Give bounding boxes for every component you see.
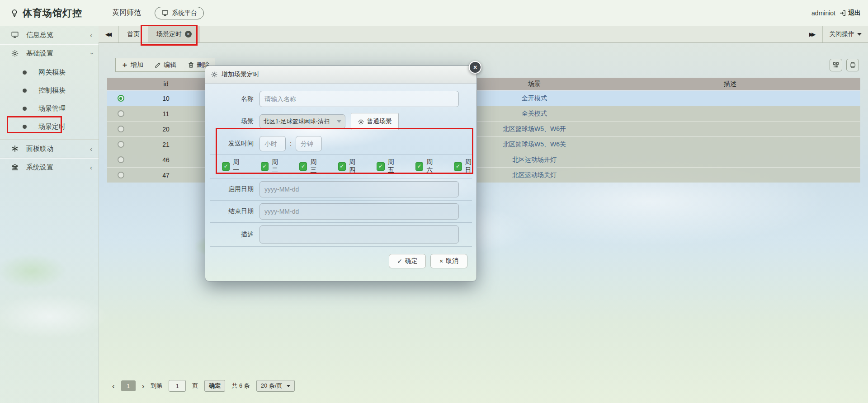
row-radio[interactable] <box>118 156 124 163</box>
logout-button[interactable]: 退出 <box>839 9 861 17</box>
caret-down-icon <box>287 385 290 387</box>
weekday-saturday[interactable]: ✓ 周六 <box>415 158 438 174</box>
app-logo: 体育场馆灯控 <box>10 7 82 19</box>
username: adminiot <box>811 9 835 17</box>
cancel-button[interactable]: × 取消 <box>430 254 467 268</box>
description-label: 描述 <box>205 230 259 239</box>
cross-icon: × <box>439 258 443 265</box>
table-option-buttons <box>830 59 859 71</box>
tabbar: ◀◀ 首页 场景定时 × ▶▶ 关闭操作 <box>99 26 868 43</box>
send-time-label: 发送时间 <box>205 140 259 148</box>
checkbox-checked-icon[interactable]: ✓ <box>454 162 462 171</box>
bank-icon <box>11 163 19 171</box>
sidebar-item-basic-settings[interactable]: 基础设置 ‹ <box>0 44 99 62</box>
tabbar-spacer <box>200 26 802 42</box>
caret-down-icon <box>337 120 341 123</box>
add-scene-timer-modal: 增加场景定时 × 名称 场景 北区1-足球篮球网球-清扫 <box>205 66 477 281</box>
row-radio[interactable] <box>118 172 124 178</box>
checkbox-checked-icon[interactable]: ✓ <box>377 162 384 171</box>
sidebar-item-control-module[interactable]: 控制模块 <box>0 81 99 99</box>
scene-select[interactable]: 北区1-足球篮球网球-清扫 <box>259 114 345 129</box>
current-page-button[interactable]: 1 <box>121 380 136 391</box>
description-field-row: 描述 <box>205 223 476 246</box>
sidebar-item-panel-linkage[interactable]: 面板联动 ‹ <box>0 140 99 158</box>
description-input[interactable] <box>259 225 459 244</box>
sidebar-item-system-settings[interactable]: 系统设置 ‹ <box>0 158 99 176</box>
weekday-monday[interactable]: ✓ 周一 <box>222 158 245 174</box>
confirm-button[interactable]: ✓ 确定 <box>389 254 426 268</box>
tab-home[interactable]: 首页 <box>119 26 148 42</box>
start-date-input[interactable] <box>259 181 459 197</box>
bullet-icon <box>23 125 27 129</box>
row-radio[interactable] <box>118 141 124 148</box>
gear-icon <box>211 71 218 78</box>
tabs-scroll-right-button[interactable]: ▶▶ <box>802 26 822 42</box>
end-date-input[interactable] <box>259 203 459 220</box>
sidebar-item-gateway-module[interactable]: 网关模块 <box>0 63 99 81</box>
row-radio[interactable] <box>118 110 124 117</box>
edit-button[interactable]: 编辑 <box>149 58 182 72</box>
end-date-label: 结束日期 <box>205 207 259 216</box>
weekday-friday[interactable]: ✓ 周五 <box>377 158 399 174</box>
start-date-label: 启用日期 <box>205 185 259 193</box>
org-name: 黄冈师范 <box>112 8 141 18</box>
row-radio-selected[interactable] <box>118 95 124 102</box>
table-toolbar: ＋ 增加 编辑 删除 <box>115 58 215 72</box>
tabs-scroll-left-button[interactable]: ◀◀ <box>99 26 119 42</box>
close-operations-dropdown[interactable]: 关闭操作 <box>822 26 868 42</box>
weekday-sunday[interactable]: ✓ 周日 <box>454 158 476 174</box>
goto-suffix-label: 页 <box>192 382 198 390</box>
gear-icon <box>11 49 19 57</box>
start-date-field-row: 启用日期 <box>205 178 476 200</box>
checkbox-checked-icon[interactable]: ✓ <box>415 162 423 171</box>
printer-icon[interactable] <box>846 59 859 71</box>
pencil-icon <box>155 61 161 68</box>
scene-type-button[interactable]: 普通场景 <box>351 113 399 130</box>
system-platform-button[interactable]: 系统平台 <box>155 7 204 19</box>
modal-body: 名称 场景 北区1-足球篮球网球-清扫 普通场景 <box>205 84 476 268</box>
checkbox-checked-icon[interactable]: ✓ <box>338 162 346 171</box>
bullet-icon <box>23 70 27 75</box>
sidebar-item-scene-management[interactable]: 场景管理 <box>0 99 99 117</box>
weekday-tuesday[interactable]: ✓ 周二 <box>261 158 283 174</box>
bullet-icon <box>23 107 27 111</box>
modal-title-bar: 增加场景定时 <box>205 66 476 84</box>
checkbox-checked-icon[interactable]: ✓ <box>261 162 269 171</box>
gear-icon <box>358 118 364 125</box>
checkbox-checked-icon[interactable]: ✓ <box>222 162 230 171</box>
asterisk-icon <box>11 145 19 153</box>
goto-page-input[interactable] <box>169 380 186 392</box>
sidebar-item-overview[interactable]: 信息总览 ‹ <box>0 26 99 44</box>
app-root: 体育场馆灯控 黄冈师范 系统平台 adminiot 退出 <box>0 0 868 403</box>
time-separator: : <box>290 140 292 147</box>
checkbox-checked-icon[interactable]: ✓ <box>299 162 307 171</box>
weekday-wednesday[interactable]: ✓ 周三 <box>299 158 322 174</box>
trash-icon <box>188 61 194 68</box>
send-time-field-row: 发送时间 : <box>205 133 476 154</box>
weekday-thursday[interactable]: ✓ 周四 <box>338 158 361 174</box>
name-label: 名称 <box>205 95 259 103</box>
tab-close-icon[interactable]: × <box>185 31 192 37</box>
prev-page-icon[interactable]: ‹ <box>112 382 115 390</box>
sidebar-item-scene-timer[interactable]: 场景定时 <box>0 117 99 136</box>
app-header: 体育场馆灯控 黄冈师范 系统平台 adminiot 退出 <box>0 0 868 26</box>
add-button[interactable]: ＋ 增加 <box>115 58 149 72</box>
pagination: ‹ 1 › 到第 页 确定 共 6 条 20 条/页 <box>112 380 295 392</box>
goto-prefix-label: 到第 <box>151 382 162 390</box>
sidebar: 信息总览 ‹ 基础设置 ‹ 网关模块 控制模块 <box>0 26 99 403</box>
name-input[interactable] <box>259 91 459 107</box>
tab-scene-timer[interactable]: 场景定时 × <box>148 26 200 42</box>
plus-icon: ＋ <box>121 61 128 68</box>
row-radio[interactable] <box>118 126 124 132</box>
modal-footer: ✓ 确定 × 取消 <box>205 247 476 268</box>
bullet-icon <box>23 89 27 93</box>
minute-input[interactable] <box>296 136 322 151</box>
lightbulb-icon <box>10 9 19 18</box>
modal-close-button[interactable]: × <box>469 61 481 74</box>
hour-input[interactable] <box>259 136 286 151</box>
goto-confirm-button[interactable]: 确定 <box>204 380 225 392</box>
next-page-icon[interactable]: › <box>142 382 145 390</box>
modal-title: 增加场景定时 <box>222 70 259 79</box>
page-size-select[interactable]: 20 条/页 <box>256 380 295 392</box>
columns-grid-icon[interactable] <box>830 59 842 71</box>
